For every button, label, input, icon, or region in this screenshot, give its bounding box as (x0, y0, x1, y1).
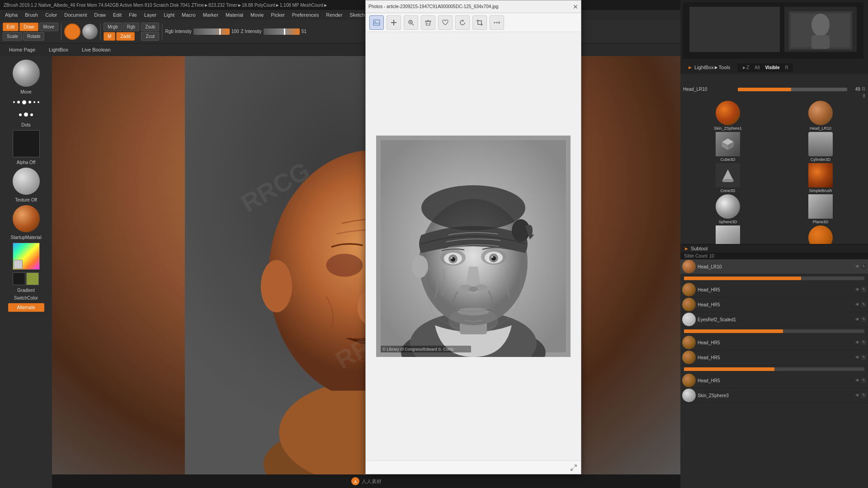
menu-item-light[interactable]: Light (160, 11, 178, 19)
display-sphere[interactable] (82, 24, 98, 39)
mrgb-button[interactable]: Mrgb (104, 23, 122, 31)
rotate-button[interactable]: Rotate (23, 32, 44, 41)
tool-cone3d[interactable]: Cone3D (682, 163, 774, 193)
sti-edit-head-hr5-1[interactable]: ✎ (861, 287, 866, 292)
r-button[interactable]: R (862, 87, 865, 92)
pv-refresh-button[interactable] (455, 15, 470, 30)
tool-cube3d[interactable]: Cube3D (682, 132, 774, 162)
subtool-item-skin-zsphere3[interactable]: Skin_ZSphere3 👁 ✎ (680, 388, 868, 403)
lightbox-tab-all[interactable]: All (752, 64, 762, 71)
slider-head-lr10[interactable] (684, 277, 864, 280)
pv-photo-button[interactable] (369, 15, 384, 30)
tool-skin-zsphere1[interactable]: Skin_ZSphere1 (682, 101, 774, 131)
head-lr10-slider[interactable] (738, 88, 847, 91)
menu-item-movie[interactable]: Movie (247, 11, 267, 19)
tool-cylinder3d[interactable]: Cylinder3D (775, 132, 866, 162)
lightbox-items-area: Head_LR10 49 R 8 Skin_ZSphere1 Head_LR10 (680, 86, 868, 244)
pv-zoom-button[interactable] (404, 15, 418, 30)
pv-favorite-button[interactable] (438, 15, 453, 30)
sti-vis-skin-zsphere3[interactable]: 👁 (854, 393, 861, 398)
pv-more-button[interactable] (490, 15, 504, 30)
sti-edit-head-hr5-2[interactable]: ✎ (861, 302, 866, 307)
menu-item-marker[interactable]: Marker (200, 11, 222, 19)
sti-vis-head-hr5-2[interactable]: 👁 (854, 302, 861, 307)
menu-item-layer[interactable]: Layer (141, 11, 160, 19)
subtool-item-head-hr5-2[interactable]: Head_HR5 👁 ✎ (680, 297, 868, 312)
menu-item-macro[interactable]: Macro (179, 11, 199, 19)
lightbox-tab-r[interactable]: R (782, 64, 791, 71)
brush-preview[interactable] (64, 23, 80, 40)
expand-icon[interactable] (570, 464, 577, 471)
subtool-item-head-hr5-4[interactable]: Head_HR5 👁 ✎ (680, 350, 868, 365)
menu-item-sketch[interactable]: Sketch (346, 11, 368, 19)
pv-add-button[interactable] (387, 15, 401, 30)
tab-live-boolean[interactable]: Live Boolean (75, 45, 117, 54)
lightbox-tab-z[interactable]: ►Z (739, 64, 752, 71)
draw-button[interactable]: Draw (19, 23, 38, 31)
zcut-button[interactable]: Zcut (141, 32, 159, 41)
alpha-preview[interactable] (13, 130, 40, 157)
tool-sphere3d[interactable]: Sphere3D (682, 194, 774, 224)
pv-crop-button[interactable] (472, 15, 487, 30)
sti-edit-skin-zsphere3[interactable]: ✎ (861, 393, 866, 398)
menu-item-document[interactable]: Document (61, 11, 90, 19)
sti-vis-head-hr5-1[interactable]: 👁 (854, 287, 861, 292)
sti-vis-head-hr5-4[interactable]: 👁 (854, 355, 861, 360)
rgb-button[interactable]: Rgb (123, 23, 139, 31)
tab-lightbox[interactable]: LightBox (42, 45, 75, 54)
sti-vis-head-lr10[interactable]: 👁 (854, 264, 861, 269)
tool-rgbz-grabber[interactable]: RGBZGrabber (775, 225, 866, 244)
subtool-item-head-hr5-5[interactable]: Head_HR5 👁 ✎ (680, 373, 868, 388)
move-button[interactable]: Move (39, 23, 58, 31)
head-lr10-label[interactable]: Head_LR10 (683, 87, 738, 92)
sti-edit-head-hr5-3[interactable]: ✎ (861, 340, 866, 345)
brush-sphere[interactable] (13, 60, 40, 87)
tool-pm3d-plane[interactable]: PM3D_Plane3D (682, 225, 774, 244)
texture-preview[interactable] (13, 168, 40, 195)
menu-item-color[interactable]: Color (42, 11, 60, 19)
scale-button[interactable]: Scale (3, 32, 22, 41)
stroke-preview[interactable] (13, 97, 40, 120)
menu-item-render[interactable]: Render (323, 11, 345, 19)
z-intensity-slider[interactable] (264, 28, 300, 35)
menu-item-draw[interactable]: Draw (91, 11, 109, 19)
material-sphere[interactable] (13, 205, 40, 232)
zadd-button[interactable]: Zadd (116, 32, 135, 41)
gradient-preview[interactable] (13, 272, 40, 285)
menu-item-edit[interactable]: Edit (110, 11, 125, 19)
rgb-intensity-slider[interactable] (193, 28, 230, 35)
sti-vis-head-hr5-3[interactable]: 👁 (854, 340, 861, 345)
menu-item-brush[interactable]: Brush (22, 11, 41, 19)
sti-edit-head-hr5-5[interactable]: ✎ (861, 378, 866, 383)
menu-item-picker[interactable]: Picker (268, 11, 288, 19)
subtool-item-head-lr10[interactable]: Head_LR10 👁 ✎ (680, 259, 868, 274)
m-button[interactable]: M (104, 32, 115, 41)
slider-head-hr5-4[interactable] (684, 367, 864, 371)
alternate-button[interactable]: Alternate (8, 303, 44, 312)
sti-edit-head-lr10[interactable]: ✎ (861, 264, 866, 269)
subtool-item-head-hr5-3[interactable]: Head_HR5 👁 ✎ (680, 335, 868, 350)
sti-edit-eyes-ref[interactable]: ✎ (861, 317, 866, 322)
menu-item-preferences[interactable]: Preferences (289, 11, 322, 19)
tab-home-page[interactable]: Home Page (3, 45, 42, 54)
edit-button[interactable]: Edit (3, 23, 19, 31)
subtool-item-eyes-ref[interactable]: EyesRef2_Scaled1 👁 ✎ (680, 312, 868, 327)
pv-delete-button[interactable] (421, 15, 435, 30)
zsub-button[interactable]: Zsub (141, 23, 159, 31)
sti-vis-eyes-ref[interactable]: 👁 (854, 317, 861, 322)
lightbox-tab-visible[interactable]: Visible (762, 64, 782, 71)
menu-item-alpha[interactable]: Alpha (2, 11, 21, 19)
tool-head-lr10b[interactable]: Head_LR10 (775, 101, 866, 131)
subtool-item-head-hr5-1[interactable]: Head_HR5 👁 ✎ (680, 282, 868, 297)
sti-edit-head-hr5-4[interactable]: ✎ (861, 355, 866, 360)
tool-plane3d[interactable]: Plane3D (775, 194, 866, 224)
pv-close-button[interactable]: ✕ (573, 3, 578, 10)
menu-item-material[interactable]: Material (222, 11, 246, 19)
menu-item-file[interactable]: File (126, 11, 140, 19)
sti-thumb-head-hr5-2 (682, 298, 696, 311)
slider-eyes-ref[interactable] (684, 329, 864, 333)
tool-simplebrush[interactable]: SimpleBrush (775, 163, 866, 193)
dot7 (19, 113, 22, 116)
color-swatch[interactable] (13, 243, 40, 270)
sti-vis-head-hr5-5[interactable]: 👁 (854, 378, 861, 383)
